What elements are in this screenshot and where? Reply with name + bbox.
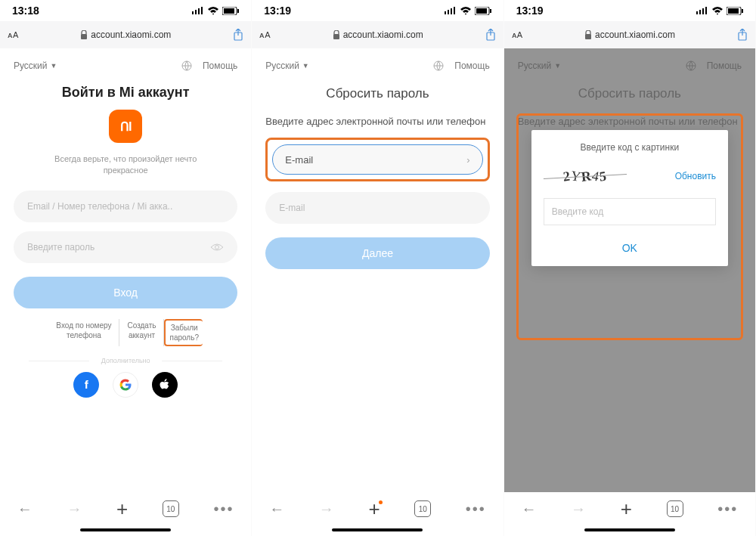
more-icon[interactable]: ••• xyxy=(717,500,738,518)
svg-rect-17 xyxy=(490,9,491,13)
tagline: Всегда верьте, что произойдет нечто прек… xyxy=(0,153,251,177)
links-row: Вход по номеру телефона Создать аккаунт … xyxy=(14,319,237,346)
text-size[interactable]: ᴀA xyxy=(8,30,18,40)
forward-icon[interactable]: → xyxy=(319,500,334,518)
svg-point-10 xyxy=(215,245,219,249)
forward-icon[interactable]: → xyxy=(571,500,586,518)
apple-icon[interactable] xyxy=(152,372,178,398)
create-account-link[interactable]: Создать аккаунт xyxy=(119,319,164,346)
captcha-code-input[interactable]: Введите код xyxy=(544,198,716,225)
lock-icon xyxy=(333,30,340,39)
svg-rect-11 xyxy=(445,11,446,14)
svg-rect-28 xyxy=(585,34,591,39)
chevron-down-icon: ▼ xyxy=(302,62,309,70)
wifi-icon xyxy=(711,7,723,15)
chevron-right-icon: › xyxy=(466,154,469,166)
browser-bar: ᴀA account.xiaomi.com xyxy=(0,21,251,48)
svg-rect-5 xyxy=(224,8,234,14)
forgot-password-link[interactable]: Забыли пароль? xyxy=(164,319,203,346)
status-bar: 13:18 xyxy=(0,0,251,21)
new-tab-icon[interactable]: + xyxy=(116,497,128,521)
help-link[interactable]: Помощь xyxy=(454,60,489,71)
captcha-image: 2 Y R 4 5 xyxy=(543,163,627,189)
svg-rect-6 xyxy=(237,9,239,13)
login-input[interactable]: Email / Номер телефона / Mi акка.. xyxy=(14,191,237,222)
language-picker[interactable]: Русский ▼ xyxy=(14,60,57,71)
globe-icon[interactable] xyxy=(181,60,192,71)
google-icon[interactable] xyxy=(113,372,138,398)
home-indicator xyxy=(80,528,171,531)
svg-rect-14 xyxy=(454,7,455,14)
bottom-toolbar: ← → + 10 ••• xyxy=(0,491,251,527)
url-text: account.xiaomi.com xyxy=(91,29,171,40)
status-icons xyxy=(696,7,743,15)
forward-icon[interactable]: → xyxy=(67,500,82,518)
login-by-phone-link[interactable]: Вход по номеру телефона xyxy=(48,319,119,346)
top-row: Русский ▼ Помощь xyxy=(252,48,503,79)
language-picker[interactable]: Русский ▼ xyxy=(265,60,308,71)
lock-icon xyxy=(584,30,592,39)
svg-rect-26 xyxy=(728,8,739,14)
screen-reset: 13:19 ᴀA account.xiaomi.com Русский ▼ По… xyxy=(252,0,503,536)
clock: 13:19 xyxy=(516,5,544,17)
browser-bar: ᴀA account.xiaomi.com xyxy=(504,21,755,48)
back-icon[interactable]: ← xyxy=(521,500,536,518)
tabs-button[interactable]: 10 xyxy=(414,500,431,517)
wifi-icon xyxy=(460,7,472,15)
text-size[interactable]: ᴀA xyxy=(512,30,522,40)
tabs-button[interactable]: 10 xyxy=(163,500,179,517)
bottom-toolbar: ← → + 10 ••• xyxy=(252,491,503,527)
eye-icon[interactable] xyxy=(210,243,224,252)
new-tab-icon[interactable]: + xyxy=(621,497,632,521)
svg-rect-24 xyxy=(705,7,707,14)
svg-rect-0 xyxy=(192,11,194,14)
social-row: f xyxy=(14,372,237,398)
lock-icon xyxy=(80,30,88,39)
chevron-down-icon: ▼ xyxy=(51,62,57,70)
screen-captcha: 13:19 ᴀA account.xiaomi.com Русский ▼ По… xyxy=(504,0,756,536)
url-text: account.xiaomi.com xyxy=(595,29,675,40)
svg-rect-22 xyxy=(699,10,701,14)
globe-icon[interactable] xyxy=(433,60,444,71)
more-icon[interactable]: ••• xyxy=(214,500,234,518)
mi-logo: ՈI xyxy=(109,110,142,143)
status-icons xyxy=(445,7,491,15)
svg-rect-23 xyxy=(702,8,704,14)
method-select[interactable]: E-mail › xyxy=(272,144,482,175)
back-icon[interactable]: ← xyxy=(17,500,33,518)
svg-rect-12 xyxy=(448,10,449,14)
svg-rect-18 xyxy=(333,34,339,39)
new-tab-icon[interactable]: + xyxy=(368,497,380,521)
bottom-toolbar: ← → + 10 ••• xyxy=(504,491,755,527)
share-icon[interactable] xyxy=(737,29,748,41)
tabs-button[interactable]: 10 xyxy=(667,500,683,517)
svg-rect-2 xyxy=(198,8,200,14)
modal-title: Введите код с картинки xyxy=(544,142,716,153)
text-size[interactable]: ᴀA xyxy=(259,30,270,40)
battery-icon xyxy=(727,7,743,15)
address-bar[interactable]: account.xiaomi.com xyxy=(522,29,737,40)
status-bar: 13:19 xyxy=(504,0,755,21)
svg-rect-1 xyxy=(195,10,197,14)
signin-button[interactable]: Вход xyxy=(14,277,237,308)
next-button[interactable]: Далее xyxy=(265,237,489,269)
signal-icon xyxy=(192,7,204,14)
svg-rect-13 xyxy=(451,8,452,14)
refresh-captcha-link[interactable]: Обновить xyxy=(675,171,716,181)
address-bar[interactable]: account.xiaomi.com xyxy=(271,29,485,40)
password-input[interactable]: Введите пароль xyxy=(14,231,237,263)
more-icon[interactable]: ••• xyxy=(466,500,486,518)
status-icons xyxy=(192,7,239,15)
status-bar: 13:19 xyxy=(252,0,503,21)
share-icon[interactable] xyxy=(485,29,496,41)
address-bar[interactable]: account.xiaomi.com xyxy=(18,29,233,40)
signal-icon xyxy=(445,7,457,14)
ok-button[interactable]: OK xyxy=(544,237,716,259)
share-icon[interactable] xyxy=(233,29,243,41)
email-input[interactable]: E-mail xyxy=(265,192,489,224)
back-icon[interactable]: ← xyxy=(269,500,284,518)
help-link[interactable]: Помощь xyxy=(203,60,237,71)
facebook-icon[interactable]: f xyxy=(73,372,99,398)
clock: 13:18 xyxy=(12,5,39,17)
extra-label: Дополнительно xyxy=(14,357,237,364)
